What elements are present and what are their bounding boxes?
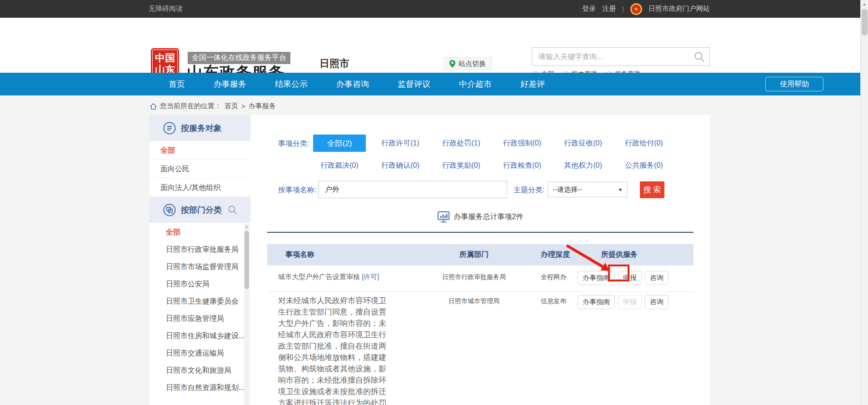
register-link[interactable]: 注册: [602, 5, 616, 13]
category-tabs: 全部(2) 行政许可(1) 行政处罚(1) 行政强制(0) 行政征收(0) 行政…: [309, 135, 674, 174]
apply-button[interactable]: 申报: [618, 271, 642, 285]
national-emblem-icon: ★: [630, 3, 642, 15]
map-pin-icon: [449, 60, 455, 68]
department-item[interactable]: 日照市卫生健康委员会: [150, 293, 250, 310]
page-scrollbar[interactable]: ▲: [860, 0, 868, 405]
search-button[interactable]: 搜 索: [640, 181, 664, 198]
sidebar: 按服务对象 全部 面向公民 面向法人/其他组织 按部门分类 全部 日照市行政审批…: [150, 115, 250, 405]
guide-button[interactable]: 办事指南: [578, 271, 615, 285]
table-header: 事项名称 所属部门 办理深度 所提供服务: [267, 244, 693, 265]
breadcrumb-prefix: 您当前所在的位置：: [160, 102, 221, 110]
tab-xingzheng-queren[interactable]: 行政确认(0): [370, 157, 431, 174]
consult-button[interactable]: 咨询: [645, 295, 668, 309]
topic-label: 主题分类:: [514, 185, 544, 195]
divider: [267, 232, 693, 233]
department-list: 全部 日照市行政审批服务局 日照市市场监督管理局 日照市公安局 日照市卫生健康委…: [150, 224, 250, 405]
item-name-link[interactable]: 城市大型户外广告设置审核: [278, 273, 360, 280]
site-switch-button[interactable]: 站点切换: [444, 57, 492, 70]
home-icon: [150, 103, 157, 110]
tab-xingzheng-xuke[interactable]: 行政许可(1): [370, 135, 431, 152]
search-icon[interactable]: [694, 51, 705, 62]
topbar-separator: |: [622, 5, 624, 13]
service-object-all[interactable]: 全部: [150, 141, 250, 160]
tab-gonggong-fuwu[interactable]: 公共服务(0): [614, 157, 674, 174]
service-object-citizen[interactable]: 面向公民: [150, 160, 250, 178]
department-item[interactable]: 日照市应急管理局: [150, 310, 250, 327]
item-depth: 全程网办: [535, 271, 576, 281]
sidebar-scroll-thumb[interactable]: [244, 231, 249, 289]
service-object-title: 按服务对象: [181, 123, 222, 134]
department-item[interactable]: 日照市文化和旅游局: [150, 362, 250, 379]
list-circle-icon: [163, 122, 176, 135]
main-panel: 事项分类: 全部(2) 行政许可(1) 行政处罚(1) 行政强制(0) 行政征收…: [267, 115, 710, 405]
sidebar-scrollbar[interactable]: ▲: [244, 224, 249, 405]
breadcrumb-home[interactable]: 首页: [224, 102, 238, 110]
nav-rating[interactable]: 好差评: [520, 79, 545, 90]
main-nav: 首页 办事服务 结果公示 办事咨询 监督评议 中介超市 好差评 使用帮助: [0, 73, 868, 95]
sidebar-section-service-object: 按服务对象: [150, 115, 250, 141]
department-item[interactable]: 日照市市场监督管理局: [150, 258, 250, 275]
breadcrumb: 您当前所在的位置： 首页 > 办事服务: [150, 102, 276, 110]
login-link[interactable]: 登录: [582, 5, 596, 13]
tab-xingzheng-jiangli[interactable]: 行政奖励(0): [431, 157, 492, 174]
tab-qita-quanli[interactable]: 其他权力(0): [553, 157, 614, 174]
topbar: 无障碍阅读 登录 注册 | ★ 日照市政府门户网站: [0, 0, 868, 18]
nav-results[interactable]: 结果公示: [275, 79, 308, 90]
tab-xingzheng-geifu[interactable]: 行政给付(0): [614, 135, 674, 152]
layers-circle-icon: [163, 204, 176, 216]
breadcrumb-sep: >: [241, 102, 245, 110]
col-item-name: 事项名称: [267, 250, 413, 260]
site-switch-label: 站点切换: [459, 60, 486, 68]
tab-xingzheng-zhengshou[interactable]: 行政征收(0): [553, 135, 614, 152]
results-table: 事项名称 所属部门 办理深度 所提供服务 城市大型户外广告设置审核 [许可] 日…: [267, 244, 693, 405]
nav-agency[interactable]: 中介超市: [459, 79, 492, 90]
department-item[interactable]: 日照市公安局: [150, 275, 250, 293]
header-search-box: [532, 47, 710, 66]
tab-all[interactable]: 全部(2): [309, 135, 370, 152]
city-name: 日照市: [319, 57, 349, 70]
department-search-icon[interactable]: [228, 205, 238, 215]
col-department: 所属部门: [413, 250, 535, 260]
scroll-up-icon[interactable]: ▲: [861, 0, 868, 8]
accessibility-link[interactable]: 无障碍阅读: [149, 5, 183, 13]
topic-select[interactable]: --请选择-- ▼: [548, 182, 628, 197]
tab-xingzheng-caijue[interactable]: 行政裁决(0): [309, 157, 370, 174]
nav-supervision[interactable]: 监督评议: [398, 79, 430, 90]
apply-button-disabled: 申报: [618, 295, 642, 309]
nav-services[interactable]: 办事服务: [214, 79, 246, 90]
breadcrumb-current[interactable]: 办事服务: [249, 102, 276, 110]
item-name-label: 按事项名称:: [278, 185, 316, 195]
item-department: 日照市行政审批服务局: [413, 271, 535, 281]
department-item[interactable]: 日照市行政审批服务局: [150, 241, 250, 258]
portal-link[interactable]: 日照市政府门户网站: [649, 5, 710, 13]
col-depth: 办理深度: [535, 250, 576, 260]
service-object-legal[interactable]: 面向法人/其他组织: [150, 178, 250, 197]
search-input[interactable]: [532, 53, 694, 61]
nav-consult[interactable]: 办事咨询: [336, 79, 369, 90]
department-item[interactable]: 日照市交通运输局: [150, 345, 250, 362]
tab-xingzheng-qiangzhi[interactable]: 行政强制(0): [492, 135, 553, 152]
tab-xingzheng-chufa[interactable]: 行政处罚(1): [431, 135, 492, 152]
item-depth: 信息发布: [535, 295, 576, 305]
item-name-input[interactable]: [318, 181, 507, 198]
table-row: 城市大型户外广告设置审核 [许可] 日照市行政审批服务局 全程网办 办事指南 申…: [267, 265, 693, 292]
chart-monitor-icon: [438, 211, 449, 223]
help-button[interactable]: 使用帮助: [765, 77, 823, 91]
header: 中国山东 全国一体化在线政务服务平台 山东政务服务 日照市 站点切换 全部 权力…: [0, 18, 868, 73]
department-item-all[interactable]: 全部: [150, 224, 250, 241]
department-item[interactable]: 日照市住房和城乡建设...: [150, 327, 250, 345]
page-scroll-thumb[interactable]: [862, 9, 868, 35]
col-services: 所提供服务: [576, 250, 693, 260]
consult-button[interactable]: 咨询: [645, 271, 668, 285]
item-tag-link[interactable]: [许可]: [362, 273, 379, 280]
department-item[interactable]: 日照市自然资源和规划...: [150, 379, 250, 396]
table-row: 对未经城市人民政府市容环境卫生行政主管部门同意，擅自设置大型户外广告，影响市容的…: [267, 292, 693, 405]
nav-home[interactable]: 首页: [169, 79, 185, 90]
topic-select-value: --请选择--: [553, 185, 582, 194]
scroll-up-icon[interactable]: ▲: [244, 224, 249, 230]
department-title: 按部门分类: [181, 205, 222, 215]
tab-xingzheng-jiancha[interactable]: 行政检查(0): [492, 157, 553, 174]
chevron-down-icon: ▼: [618, 187, 623, 192]
guide-button[interactable]: 办事指南: [578, 295, 615, 309]
content-wrapper: 按服务对象 全部 面向公民 面向法人/其他组织 按部门分类 全部 日照市行政审批…: [150, 115, 710, 405]
